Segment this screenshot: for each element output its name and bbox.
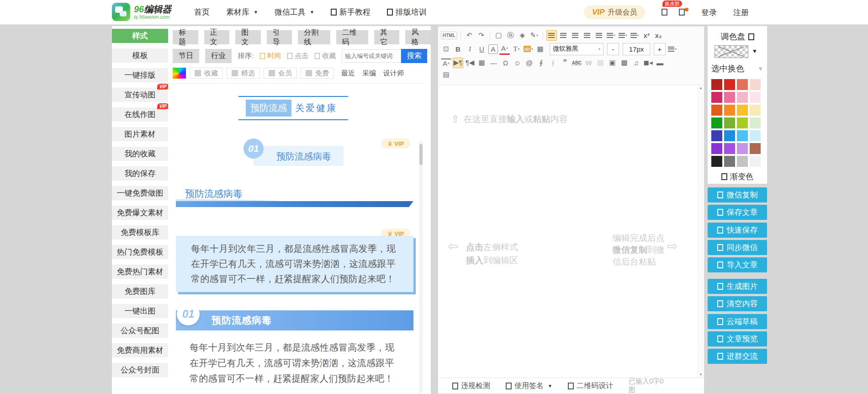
- palette-color[interactable]: [711, 143, 722, 154]
- login-link[interactable]: 登录: [701, 7, 717, 18]
- paste-text-icon[interactable]: ⓐ: [505, 30, 516, 41]
- redo-icon[interactable]: ↷: [476, 30, 487, 41]
- new-doc-icon[interactable]: ▢: [493, 30, 504, 41]
- palette-color[interactable]: [737, 156, 748, 167]
- sidebar-item-account-images[interactable]: 公众号配图: [112, 324, 168, 338]
- sidebar-item-free-hot-material[interactable]: 免费热门素材: [112, 265, 168, 279]
- scrollbar-thumb[interactable]: [419, 144, 423, 165]
- qrcode-icon[interactable]: ▩: [619, 58, 630, 68]
- palette-color[interactable]: [724, 117, 735, 128]
- skin-icon[interactable]: [679, 9, 685, 16]
- link-recent[interactable]: 最近: [341, 69, 355, 78]
- sidebar-item-one-click-image[interactable]: 一键出图: [112, 304, 168, 318]
- sort-by-clicks[interactable]: 点击: [287, 52, 308, 60]
- palette-color[interactable]: [711, 105, 722, 116]
- import-article-button[interactable]: 导入文章: [708, 257, 767, 272]
- palette-color[interactable]: [750, 79, 761, 90]
- tab-divider[interactable]: 分割线: [298, 30, 330, 44]
- filter-favorites[interactable]: 收藏: [190, 68, 223, 79]
- subscript-icon[interactable]: x₂: [653, 30, 664, 41]
- align-right-icon[interactable]: [570, 30, 581, 41]
- filter-featured[interactable]: 精选: [227, 68, 260, 79]
- align-left-icon[interactable]: [546, 30, 557, 41]
- bg-color-icon[interactable]: A: [488, 44, 498, 54]
- filter-member[interactable]: 会员: [264, 68, 297, 79]
- sidebar-item-styles[interactable]: 样式: [112, 29, 168, 43]
- insert-table-icon[interactable]: ▦: [535, 44, 545, 54]
- style-preview-gradient-header[interactable]: 01 预防流感病毒: [176, 310, 413, 330]
- sidebar-item-one-click-layout[interactable]: 一键排版: [112, 68, 168, 82]
- first-line-indent-icon[interactable]: ▾: [667, 44, 677, 54]
- font-size-display[interactable]: 17px: [623, 43, 650, 55]
- eraser-icon[interactable]: ◈: [517, 30, 528, 41]
- scroll-up-icon[interactable]: ▲: [699, 86, 703, 90]
- gallery-icon[interactable]: ▣: [607, 58, 618, 68]
- align-justify-icon[interactable]: [582, 30, 593, 41]
- palette-color[interactable]: [737, 79, 748, 90]
- transparent-swatch[interactable]: [715, 45, 748, 58]
- nav-typesetting-training[interactable]: 排版培训: [387, 7, 427, 17]
- upgrade-vip-button[interactable]: VIP 升级会员: [584, 5, 645, 19]
- search-input[interactable]: [342, 49, 401, 63]
- logo[interactable]: 96编辑器 bj.96weixin.com: [112, 3, 171, 21]
- palette-color[interactable]: [724, 130, 735, 141]
- format-painter-icon[interactable]: ✎▾: [529, 30, 540, 41]
- font-size-increase-button[interactable]: +: [654, 43, 666, 55]
- sidebar-item-free-gallery[interactable]: 免费图库: [112, 284, 168, 298]
- image-icon[interactable]: ▨: [595, 58, 606, 68]
- palette-color[interactable]: [750, 156, 761, 167]
- palette-color[interactable]: [737, 130, 748, 141]
- palette-color[interactable]: [750, 130, 761, 141]
- palette-color[interactable]: [724, 143, 735, 154]
- nav-home[interactable]: 首页: [194, 7, 210, 17]
- editor-content-area[interactable]: ⇧ 在这里直接输入或粘贴内容 ⇦ 点击左侧样式 插入到编辑区 编辑完成后点 微信…: [439, 85, 698, 378]
- sidebar-item-my-saves[interactable]: 我的保存: [112, 166, 168, 181]
- fullscreen-icon[interactable]: ⊡: [441, 44, 451, 54]
- palette-color[interactable]: [711, 156, 722, 167]
- underline-icon[interactable]: U: [476, 44, 487, 54]
- rtl-icon[interactable]: ¶◀: [465, 58, 475, 68]
- sidebar-item-free-viral-material[interactable]: 免费爆文素材: [112, 206, 168, 220]
- at-icon[interactable]: @: [524, 58, 535, 68]
- palette-color[interactable]: [711, 92, 722, 103]
- tab-qrcode[interactable]: 二维码: [336, 30, 368, 44]
- link-editorial[interactable]: 采编: [362, 69, 376, 78]
- palette-color[interactable]: [737, 143, 748, 154]
- horizontal-rule-icon[interactable]: —: [488, 58, 499, 68]
- palette-color[interactable]: [750, 92, 761, 103]
- emoji-icon[interactable]: ☺: [512, 58, 523, 68]
- quote-icon[interactable]: ”: [560, 58, 570, 68]
- message-icon[interactable]: [662, 9, 667, 16]
- palette-color[interactable]: [711, 117, 722, 128]
- html-source-button[interactable]: HTML: [441, 32, 457, 39]
- tab-title[interactable]: 标题: [173, 30, 198, 44]
- style-preview-title-1[interactable]: 预防流感 关爱健康: [238, 96, 348, 120]
- nav-material-library[interactable]: 素材库▼: [226, 7, 258, 17]
- palette-color[interactable]: [724, 92, 735, 103]
- clear-content-button[interactable]: 清空内容: [708, 296, 767, 311]
- wechat-copy-button[interactable]: 微信复制: [708, 187, 767, 202]
- sidebar-item-hot-free-templates[interactable]: 热门免费模板: [112, 245, 168, 259]
- gradient-color-button[interactable]: 渐变色: [708, 171, 767, 182]
- film-icon[interactable]: ▬: [655, 58, 665, 68]
- sidebar-item-free-template-library[interactable]: 免费模板库: [112, 225, 168, 240]
- line-height-icon[interactable]: ▾: [606, 30, 616, 41]
- swatch-dropdown-icon[interactable]: ▼: [752, 48, 757, 54]
- sync-wechat-button[interactable]: 同步微信: [708, 240, 767, 255]
- nav-beginner-tutorial[interactable]: 新手教程: [331, 7, 370, 17]
- style-preview-ribbon-title[interactable]: 预防流感病毒: [176, 186, 413, 207]
- palette-color[interactable]: [724, 156, 735, 167]
- link-designer[interactable]: 设计师: [383, 69, 404, 78]
- align-center-icon[interactable]: [558, 30, 569, 41]
- palette-color[interactable]: [750, 105, 761, 116]
- quick-save-button[interactable]: 快速保存: [708, 223, 767, 238]
- sort-by-time[interactable]: 时间: [260, 52, 281, 60]
- palette-color[interactable]: [724, 105, 735, 116]
- spellcheck-icon[interactable]: ABC: [572, 58, 582, 68]
- article-preview-button[interactable]: 文章预览: [708, 331, 767, 346]
- palette-color[interactable]: [737, 105, 748, 116]
- word-import-icon[interactable]: W: [583, 58, 594, 68]
- music-icon[interactable]: ♫: [631, 58, 641, 68]
- tab-festival[interactable]: 节日: [173, 49, 199, 63]
- tab-body[interactable]: 正文: [204, 30, 230, 44]
